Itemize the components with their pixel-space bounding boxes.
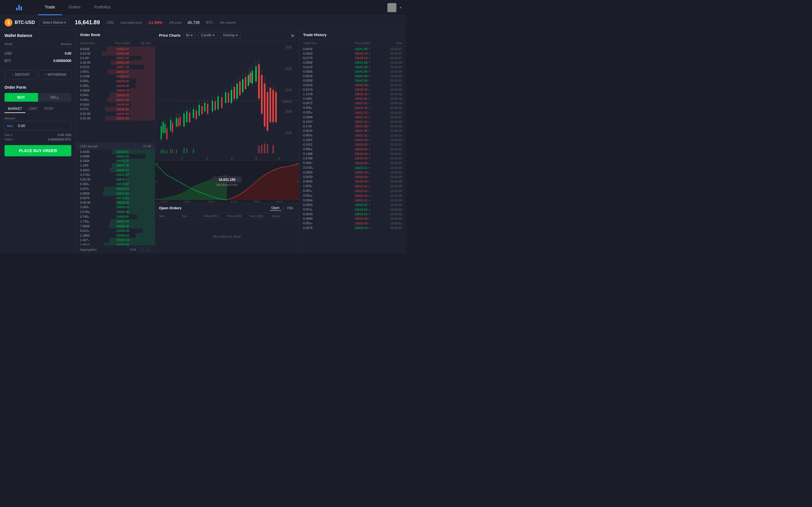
ob-buy-row[interactable]: 0.0059 16612.84 -	[76, 191, 155, 196]
th-size: 0.001₃	[303, 194, 343, 198]
tab-trade[interactable]: Trade	[38, 0, 62, 15]
th-row: 0.1388 16619.44 ↘ 15:04:11	[299, 152, 406, 156]
ob-sell-row[interactable]: 0.003₇ 16649.20 -	[76, 93, 155, 98]
ob-sell-row[interactable]: 0.500₀ 16650.00 -	[76, 78, 155, 83]
amount-input[interactable]	[15, 121, 68, 130]
svg-rect-53	[255, 66, 257, 81]
order-form: Order Form BUY SELL MARKET LIMIT STOP Am…	[0, 82, 76, 253]
ob-buy-market: 0.06 00	[80, 201, 109, 204]
ob-buy-market: 0.1504	[80, 159, 109, 163]
agg-minus-button[interactable]: −	[139, 247, 144, 252]
ob-sell-row[interactable]: 0.079₇ 16645.82 -	[76, 107, 155, 112]
ob-sell-row[interactable]: 0.18 00 16662.99 -	[76, 60, 155, 65]
ob-sell-row[interactable]: 0.045₆ 16647.00 -	[76, 98, 155, 102]
oo-tab-open[interactable]: Open	[269, 205, 281, 211]
oo-col-size: Size	[182, 215, 204, 218]
tab-portfolios[interactable]: Portfolios	[87, 0, 117, 15]
th-size: 0.013₂	[303, 208, 343, 211]
tab-stop[interactable]: STOP	[41, 105, 57, 113]
ob-sell-row[interactable]: 0.250₀ 16649.30 -	[76, 83, 155, 88]
svg-text:$18,000: $18,000	[286, 66, 292, 71]
market-select[interactable]: Select Market ▾	[40, 19, 69, 26]
ob-buy-row[interactable]: 0.06 00 16610.00 -	[76, 200, 155, 205]
svg-rect-112	[267, 144, 268, 153]
ob-buy-row[interactable]: 0.1504 16620.31 -	[76, 159, 155, 163]
ob-sell-row[interactable]: 1.692₈ 16654.47 -	[76, 69, 155, 74]
ob-buy-row[interactable]: 2.0 00₀ 16620.27 -	[76, 172, 155, 177]
chart-expand-icon[interactable]: ▶	[292, 33, 295, 38]
agg-plus-button[interactable]: +	[146, 247, 151, 252]
ob-sell-row[interactable]: 0.02 00 16645.30 -	[76, 112, 155, 116]
timeframe-control[interactable]: 6h ▾	[183, 32, 196, 38]
chart-type-control[interactable]: Candle ▾	[198, 32, 218, 38]
ob-buy-row[interactable]: 3.350₀ 16609.41 -	[76, 205, 155, 210]
ob-buy-row[interactable]: 0.0475 16610.01 -	[76, 196, 155, 200]
ob-sell-row[interactable]: 0.4828 16649.29 -	[76, 88, 155, 93]
place-order-button[interactable]: PLACE BUY ORDER	[4, 145, 71, 156]
ob-buy-row[interactable]: 0.970₀ 16613.04 -	[76, 186, 155, 191]
ob-sell-market: 0.02 90	[80, 117, 109, 120]
oo-tab-fills[interactable]: Fills	[286, 206, 295, 211]
ob-buy-row[interactable]: 0.05 00 16619.41 -	[76, 177, 155, 182]
ob-buy-row[interactable]: 0.4435 16620.41 -	[76, 150, 155, 154]
ob-buy-row[interactable]: 0.012₂ 16599.28 -	[76, 228, 155, 233]
th-row: 1.023₂ 16631.91 ↘ 15:04:06	[299, 184, 406, 188]
ob-buy-row[interactable]: 0.4663 16620.29 -	[76, 168, 155, 172]
tab-market[interactable]: MARKET	[4, 105, 26, 113]
depth-mid-plus[interactable]: +	[237, 178, 239, 181]
th-size: 0.300₀	[303, 161, 343, 165]
depth-mid-minus[interactable]: −	[215, 178, 217, 181]
th-price: 16641.89 ↗	[343, 74, 383, 78]
ob-sell-row[interactable]: 0.0722 16657.78 -	[76, 65, 155, 69]
sell-button[interactable]: SELL	[38, 93, 71, 102]
ob-buy-market: 0.05 00	[80, 178, 109, 181]
max-link[interactable]: Max	[5, 124, 15, 128]
wallet-row-usd: USD 0.00	[4, 50, 71, 57]
overlay-chevron: ▾	[236, 33, 238, 37]
ob-buy-row[interactable]: 1.249₇ 16620.30 -	[76, 163, 155, 168]
market-select-label: Select Market	[43, 20, 63, 24]
ob-buy-row[interactable]: 2.0 00₀ 16609.40 -	[76, 210, 155, 214]
th-row: 0.0016 16641.89 ↗ 15:04:23	[299, 74, 406, 78]
ob-buy-row[interactable]: 3.3517 16592.49 -	[76, 242, 155, 245]
ob-sell-row[interactable]: 0.02 90 16641.89 -	[76, 116, 155, 121]
th-price: 16631.91 ↘	[343, 184, 383, 188]
withdraw-button[interactable]: ↑ WITHDRAW	[39, 70, 71, 79]
deposit-icon: ↓	[11, 73, 13, 76]
ob-sell-market: 0.0722	[80, 65, 109, 69]
ob-buy-row[interactable]: 2.3855 16598.53 -	[76, 233, 155, 238]
th-size: 0.1547	[303, 120, 343, 123]
avatar[interactable]	[388, 3, 396, 12]
th-time: 15:04:15	[382, 129, 402, 132]
ob-buy-row[interactable]: 0.300₀ 16613.37 -	[76, 182, 155, 186]
svg-rect-23	[170, 120, 171, 131]
open-orders: Open Orders Open | Fills Side Size Fille…	[155, 203, 299, 253]
ob-sell-row[interactable]: 0.3 00 16663.00 -	[76, 56, 155, 60]
chevron-down-icon[interactable]: ▾	[400, 6, 402, 10]
ob-buy-price: 16620.40	[109, 155, 137, 158]
ob-sell-row[interactable]: 0.0768 16652.47 -	[76, 74, 155, 78]
svg-text:$16,000: $16,000	[286, 109, 292, 114]
ob-sell-market: 0.079₇	[80, 107, 109, 111]
ob-buy-row[interactable]: 1.427₇ 16597.24 -	[76, 238, 155, 242]
overlay-control[interactable]: Overlay ▾	[220, 32, 241, 38]
ob-sell-row[interactable]: 0.03 00 16663.88 -	[76, 51, 155, 56]
ob-sell-row[interactable]: 0.0161 16646.99 -	[76, 102, 155, 107]
ob-sell-row[interactable]: 0.0326 16664.47 -	[76, 47, 155, 51]
deposit-button[interactable]: ↓ DEPOSIT	[4, 70, 37, 79]
ob-sell-market: 0.3 00	[80, 56, 109, 60]
tab-limit[interactable]: LIMIT	[26, 105, 41, 113]
tab-orders[interactable]: Orders	[62, 0, 87, 15]
ob-buy-row[interactable]: 7.5859 16600.00 -	[76, 224, 155, 228]
ob-buy-row[interactable]: 0.745₉ 16608.90 -	[76, 214, 155, 219]
th-row: 0.061₈ 16619.42 ↘ 15:04:05	[299, 188, 406, 193]
ob-buy-row[interactable]: 1.725₆ 16602.64 -	[76, 219, 155, 224]
th-time: 15:04:24	[382, 65, 402, 69]
withdraw-icon: ↑	[44, 73, 46, 76]
buy-button[interactable]: BUY	[4, 93, 38, 102]
svg-text:50: 50	[156, 180, 158, 182]
th-size: 0.0004	[303, 199, 343, 202]
ob-buy-row[interactable]: 0.0096 16620.40 -	[76, 154, 155, 159]
ob-aggregation: Aggregation 0.01 − +	[76, 245, 155, 253]
th-col-headers: Trade Size Price (USD) Time	[299, 40, 406, 47]
